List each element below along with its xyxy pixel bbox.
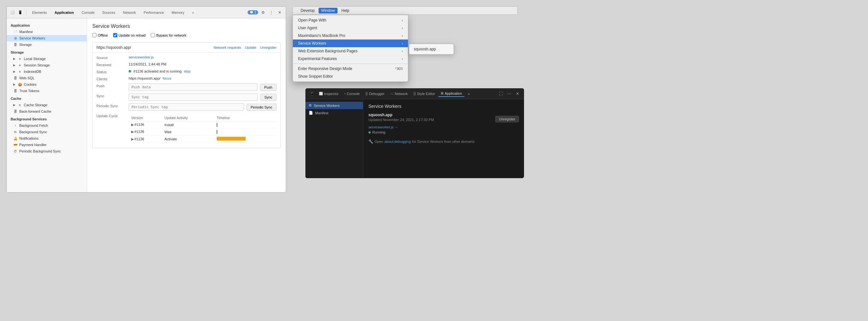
storage-icon: 🗄	[13, 42, 18, 47]
menubar-window[interactable]: Window	[318, 8, 338, 13]
ff-tab-debugger[interactable]: {} Debugger	[363, 91, 387, 97]
options-row: Offline Update on reload Bypass for netw…	[92, 33, 281, 37]
sync-button[interactable]: Sync	[260, 94, 277, 101]
ff-tab-console[interactable]: › Console	[342, 91, 362, 97]
ff-application-icon: ⊞	[441, 92, 443, 95]
sync-row: Sync Sync	[96, 94, 277, 101]
menu-item-macbook[interactable]: Maximiliano's MacBook Pro ›	[293, 32, 408, 39]
ff-tab-inspector[interactable]: ⬜ Inspector	[316, 91, 341, 97]
select-icon[interactable]: ⬜	[9, 9, 16, 16]
timeline-header: Timeline	[214, 115, 277, 121]
sync-input[interactable]	[129, 94, 258, 101]
ff-tab-application[interactable]: ⊞ Application	[438, 91, 465, 97]
web-sql-icon: 🗄	[13, 76, 18, 80]
notifications-icon: 🔔	[13, 136, 18, 141]
periodic-sync-input[interactable]	[129, 103, 244, 111]
menu-item-service-workers[interactable]: Service Workers ›	[293, 39, 408, 47]
tab-sources[interactable]: Sources	[99, 9, 118, 16]
menubar-help[interactable]: Help	[339, 8, 352, 13]
sidebar-item-trust-tokens[interactable]: 🗄 Trust Tokens	[7, 87, 87, 94]
sidebar-item-periodic-background-sync[interactable]: ⏱ Periodic Background Sync	[7, 148, 87, 154]
update-cycle-table: Version Update Activity Timeline ▶#1136 …	[129, 115, 277, 143]
update-on-reload-checkbox-label[interactable]: Update on reload	[113, 33, 146, 37]
ff-tab-style-editor[interactable]: {} Style Editor	[411, 91, 437, 97]
sidebar-item-storage[interactable]: 🗄 Storage	[7, 41, 87, 48]
sidebar-item-session-storage[interactable]: ▶ ≡ Session Storage	[7, 62, 87, 68]
network-requests-link[interactable]: Network requests	[214, 45, 241, 49]
sidebar-item-cache-storage[interactable]: ▶ ≡ Cache Storage	[7, 102, 87, 108]
focus-link[interactable]: focus	[163, 76, 171, 80]
sidebar-item-local-storage[interactable]: ▶ ≡ Local Storage	[7, 56, 87, 62]
ff-console-icon: ›	[344, 92, 345, 95]
timeline-tick-1	[217, 123, 217, 127]
expand-cookies-icon: ▶	[13, 83, 16, 86]
offline-checkbox-label[interactable]: Offline	[92, 33, 108, 37]
expand-indexeddb-icon: ▶	[13, 70, 16, 73]
sidebar-item-web-sql[interactable]: 🗄 Web SQL	[7, 75, 87, 81]
sidebar-section-background-services: Background Services	[7, 116, 87, 122]
more-options-btn[interactable]: ⋮	[268, 9, 275, 16]
ff-source-link[interactable]: serviceworker.js →	[368, 125, 398, 129]
source-file-link[interactable]: serviceworker.js	[129, 55, 154, 59]
tab-network[interactable]: Network	[120, 9, 139, 16]
menubar-develop[interactable]: Develop	[298, 8, 317, 13]
update-link[interactable]: Update	[245, 45, 256, 49]
menu-item-enter-responsive[interactable]: Enter Responsive Design Mode ^⌘R	[293, 65, 408, 73]
sidebar-item-service-workers[interactable]: ⚙ Service Workers	[7, 35, 87, 41]
sidebar-item-manifest[interactable]: 📄 Manifest	[7, 29, 87, 35]
menu-item-open-page-with[interactable]: Open Page With ›	[293, 16, 408, 24]
bypass-for-network-checkbox[interactable]	[151, 33, 155, 37]
tab-elements[interactable]: Elements	[29, 9, 50, 16]
sidebar-item-background-sync[interactable]: ↻ Background Sync	[7, 129, 87, 135]
user-agent-chevron-icon: ›	[402, 26, 403, 30]
sidebar-item-indexeddb[interactable]: ▶ ≡ IndexedDB	[7, 68, 87, 75]
close-btn[interactable]: ✕	[276, 9, 283, 16]
clients-url: https://squoosh.app/	[129, 76, 160, 80]
push-input[interactable]	[129, 83, 257, 91]
unregister-link[interactable]: Unregister	[260, 45, 277, 49]
ff-source-row: serviceworker.js →	[368, 125, 519, 129]
firefox-devtools-panel: 📱 ⬜ Inspector › Console {} Debugger ↑↓ N…	[305, 88, 524, 178]
ff-sidebar-item-manifest[interactable]: 📄 Manifest	[305, 109, 363, 116]
sw-header: https://squoosh.app/ Network requests Up…	[93, 43, 280, 52]
sidebar-item-payment-handler[interactable]: 💳 Payment Handler	[7, 142, 87, 148]
settings-btn[interactable]: ⚙	[259, 9, 267, 16]
tab-console[interactable]: Console	[79, 9, 98, 16]
source-value: serviceworker.js	[129, 55, 277, 59]
tab-performance[interactable]: Performance	[141, 9, 167, 16]
bypass-for-network-checkbox-label[interactable]: Bypass for network	[151, 33, 186, 37]
periodic-sync-button[interactable]: Periodic Sync	[247, 104, 277, 111]
periodic-background-sync-icon: ⏱	[13, 149, 18, 153]
ff-tab-more[interactable]: »	[465, 91, 472, 97]
update-on-reload-checkbox[interactable]	[113, 33, 117, 37]
tab-more[interactable]: »	[189, 9, 197, 16]
sidebar-item-notifications[interactable]: 🔔 Notifications	[7, 135, 87, 142]
device-icon[interactable]: 📱	[17, 9, 24, 16]
sidebar-item-background-fetch[interactable]: ↑ Background Fetch	[7, 122, 87, 129]
ff-unregister-button[interactable]: Unregister	[495, 116, 519, 122]
menu-item-user-agent[interactable]: User Agent ›	[293, 24, 408, 32]
ff-device-icon[interactable]: 📱	[308, 90, 316, 98]
payment-handler-icon: 💳	[13, 143, 18, 147]
web-extension-chevron-icon: ›	[402, 49, 403, 53]
menu-item-experimental-features[interactable]: Experimental Features ›	[293, 55, 408, 63]
tab-memory[interactable]: Memory	[168, 9, 188, 16]
ff-more-options-icon[interactable]: ⋯	[505, 90, 513, 98]
ff-about-debugging-link[interactable]: about:debugging	[384, 140, 411, 143]
ff-expand-icon[interactable]: ⛶	[497, 90, 505, 98]
sidebar-section-cache: Cache	[7, 95, 87, 102]
menu-item-show-snippet-editor[interactable]: Show Snippet Editor	[293, 73, 408, 80]
ff-sidebar-item-service-workers[interactable]: ⚙ Service Workers	[305, 102, 363, 109]
sidebar-item-back-forward-cache[interactable]: 🗄 Back-forward Cache	[7, 108, 87, 115]
push-button[interactable]: Push	[260, 84, 277, 91]
offline-checkbox[interactable]	[92, 33, 96, 37]
tab-application[interactable]: Application	[52, 9, 77, 16]
submenu-item-squoosh[interactable]: squoosh.app	[409, 45, 454, 53]
ff-close-icon[interactable]: ✕	[514, 90, 522, 98]
ff-tab-network[interactable]: ↑↓ Network	[388, 91, 410, 97]
status-value: #1136 activated and is running stop	[129, 69, 277, 73]
menu-item-web-extension-bg[interactable]: Web Extension Background Pages ›	[293, 47, 408, 55]
sidebar-item-cookies[interactable]: ▶ 🍪 Cookies	[7, 81, 87, 87]
update-cycle-row: Update Cycle Version Update Activity Tim…	[96, 113, 277, 143]
stop-link[interactable]: stop	[184, 69, 191, 73]
